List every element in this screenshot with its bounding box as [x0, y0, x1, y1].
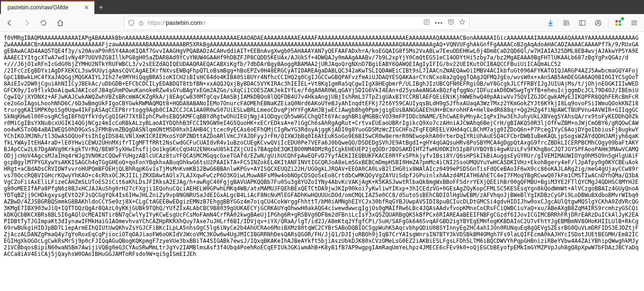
tab-title: pastebin.com/raw/GMde [7, 4, 80, 11]
menu-button[interactable] [627, 16, 641, 30]
reload-button[interactable] [36, 16, 50, 30]
svg-rect-12 [619, 23, 621, 26]
tab-bar: pastebin.com/raw/GMde + [0, 0, 644, 14]
url-text: https://pastebin.com/r [148, 19, 420, 26]
lock-icon[interactable] [138, 20, 144, 26]
reader-icon[interactable] [423, 19, 430, 27]
back-button[interactable] [3, 16, 17, 30]
library-button[interactable] [559, 16, 573, 30]
close-icon[interactable] [83, 4, 90, 11]
home-button[interactable] [53, 16, 67, 30]
nav-bar: https://pastebin.com/r ••• [0, 14, 644, 32]
svg-rect-10 [619, 20, 621, 22]
browser-tab[interactable]: pastebin.com/raw/GMde [1, 1, 94, 14]
svg-rect-0 [139, 22, 143, 25]
svg-point-8 [597, 21, 599, 23]
raw-text: f0VMRgIBAQMAAAAAAAAAAAIAPgABAAAAkBbnAAAA… [0, 32, 644, 260]
svg-rect-11 [615, 23, 618, 26]
page-content: f0VMRgIBAQMAAAAAAAAAAAIAPgABAAAAkBbnAAAA… [0, 32, 644, 291]
bookmark-icon[interactable] [459, 19, 465, 27]
svg-rect-9 [615, 20, 618, 22]
downloads-button[interactable] [544, 16, 558, 30]
more-icon[interactable]: ••• [435, 19, 443, 27]
pocket-icon[interactable] [448, 19, 454, 27]
tracking-protection-icon[interactable] [128, 20, 135, 26]
sidebar-button[interactable] [575, 16, 589, 30]
url-bar[interactable]: https://pastebin.com/r ••• [124, 16, 470, 30]
account-button[interactable] [591, 16, 605, 30]
svg-rect-5 [580, 21, 585, 25]
new-tab-button[interactable]: + [94, 1, 107, 14]
forward-button[interactable] [20, 16, 34, 30]
extension-button[interactable] [611, 16, 625, 30]
